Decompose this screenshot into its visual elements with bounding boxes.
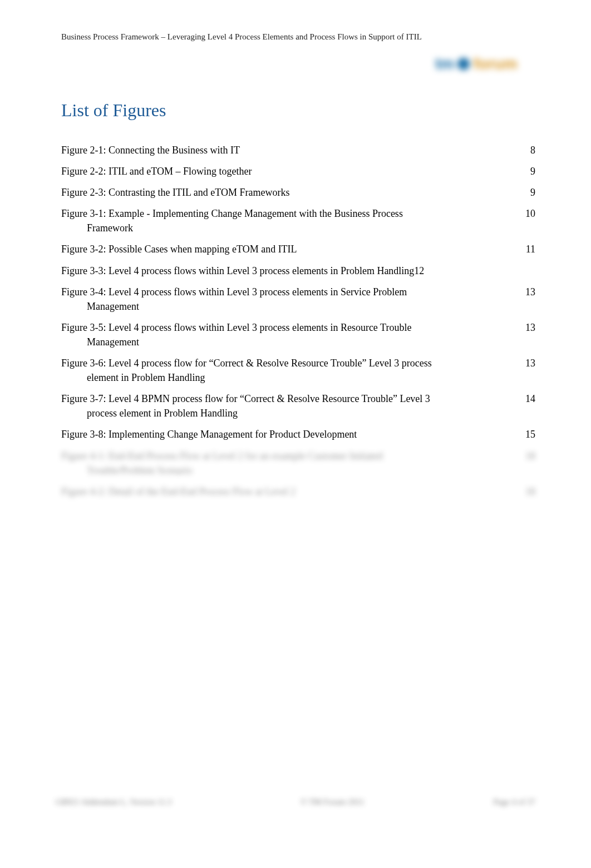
figure-entry-blurred: Figure 4-2: Detail of the End-End Proces…: [61, 484, 535, 499]
figure-entry-blurred: Figure 4-1: End-End Process Flow at Leve…: [61, 449, 535, 478]
figure-page-number: 13: [513, 356, 535, 370]
figure-page-number: 9: [513, 164, 535, 178]
figure-line1: Figure 3-5: Level 4 process flows within…: [61, 322, 411, 333]
figure-line1: Figure 3-6: Level 4 process flow for “Co…: [61, 358, 432, 369]
page-footer: GB921 Addendum L, Version 11.3 © TM Foru…: [56, 797, 535, 807]
figure-continuation: Management: [61, 299, 513, 314]
figure-continuation: Management: [61, 335, 513, 349]
figure-continuation: Trouble/Problem Scenario: [61, 463, 513, 478]
figure-label: Figure 3-6: Level 4 process flow for “Co…: [61, 356, 513, 385]
figure-entry: Figure 3-4: Level 4 process flows within…: [61, 285, 535, 314]
figure-entry: Figure 3-1: Example - Implementing Chang…: [61, 206, 535, 235]
figures-list: Figure 2-1: Connecting the Business with…: [61, 143, 535, 499]
figure-label: Figure 3-1: Example - Implementing Chang…: [61, 206, 513, 235]
figure-entry: Figure 3-8: Implementing Change Manageme…: [61, 427, 535, 442]
figure-page-number: 10: [513, 206, 535, 221]
figure-line1: Figure 4-1: End-End Process Flow at Leve…: [61, 450, 383, 462]
figure-continuation: Framework: [61, 221, 513, 235]
figure-label: Figure 3-5: Level 4 process flows within…: [61, 320, 513, 349]
page-title: List of Figures: [61, 100, 535, 121]
figure-page-number: 11: [513, 242, 535, 256]
figure-entry: Figure 3-6: Level 4 process flow for “Co…: [61, 356, 535, 385]
logo-dot-icon: [457, 58, 470, 70]
running-header: Business Process Framework – Leveraging …: [61, 32, 535, 42]
figure-label: Figure 3-4: Level 4 process flows within…: [61, 285, 513, 314]
figure-entry: Figure 3-3: Level 4 process flows within…: [61, 264, 535, 278]
logo-text-part1: tm: [435, 55, 454, 73]
figure-label: Figure 2-3: Contrasting the ITIL and eTO…: [61, 185, 513, 200]
figure-label: Figure 3-7: Level 4 BPMN process flow fo…: [61, 391, 513, 420]
figure-page-number: 14: [513, 391, 535, 406]
figure-entry: Figure 2-2: ITIL and eTOM – Flowing toge…: [61, 164, 535, 178]
figure-label: Figure 4-2: Detail of the End-End Proces…: [61, 484, 513, 499]
figure-line1: Figure 3-7: Level 4 BPMN process flow fo…: [61, 393, 430, 404]
figure-entry: Figure 3-2: Possible Cases when mapping …: [61, 242, 535, 256]
footer-right: Page 4 of 37: [494, 797, 535, 807]
tmforum-logo: tm forum: [435, 53, 535, 75]
logo-text-part2: forum: [473, 55, 517, 73]
figure-page-number: 13: [513, 285, 535, 299]
figure-line1: Figure 3-4: Level 4 process flows within…: [61, 286, 407, 297]
figure-page-number: 9: [513, 185, 535, 200]
figure-label: Figure 4-1: End-End Process Flow at Leve…: [61, 449, 513, 478]
figure-entry: Figure 2-1: Connecting the Business with…: [61, 143, 535, 157]
figure-continuation: process element in Problem Handling: [61, 406, 513, 420]
figure-entry: Figure 2-3: Contrasting the ITIL and eTO…: [61, 185, 535, 200]
figure-label: Figure 2-1: Connecting the Business with…: [61, 143, 513, 157]
figure-page-number: 13: [513, 320, 535, 335]
figure-continuation: element in Problem Handling: [61, 370, 513, 385]
figure-line1: Figure 3-1: Example - Implementing Chang…: [61, 208, 403, 219]
figure-label: Figure 3-2: Possible Cases when mapping …: [61, 242, 513, 256]
footer-center: © TM Forum 2011: [301, 797, 364, 807]
figure-label: Figure 3-8: Implementing Change Manageme…: [61, 427, 513, 442]
figure-entry: Figure 3-5: Level 4 process flows within…: [61, 320, 535, 349]
figure-page-number: 18: [513, 449, 535, 463]
figure-page-number: 15: [513, 427, 535, 442]
logo-row: tm forum: [61, 53, 535, 75]
figure-page-number: 18: [513, 484, 535, 499]
footer-left: GB921 Addendum L, Version 11.3: [56, 797, 171, 807]
figure-label: Figure 2-2: ITIL and eTOM – Flowing toge…: [61, 164, 513, 178]
figure-entry: Figure 3-7: Level 4 BPMN process flow fo…: [61, 391, 535, 420]
figure-label: Figure 3-3: Level 4 process flows within…: [61, 264, 513, 278]
figure-page-number: 8: [513, 143, 535, 157]
